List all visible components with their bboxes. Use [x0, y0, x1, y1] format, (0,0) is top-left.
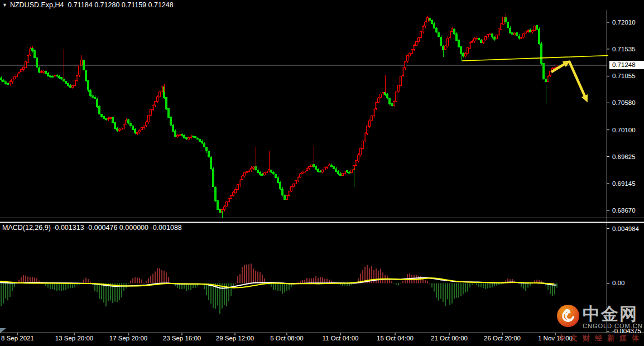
scroll-nav-icon[interactable] [0, 328, 6, 333]
date-axis-label: 26 Oct 20:00 [484, 335, 521, 342]
date-axis-label: 13 Sep 20:00 [55, 335, 93, 342]
mt4-chart-window: ▼NZDUSD.Exp,H4 0.71184 0.71280 0.71159 0… [0, 0, 644, 346]
date-axis-label: 29 Sep 12:00 [216, 335, 254, 342]
indicator-label: MACD(12,26,9) -0.001313 -0.000476 0.0000… [2, 224, 182, 232]
date-axis-label: 11 Oct 04:00 [323, 335, 359, 342]
price-axis-label: 0.70100 [612, 126, 636, 134]
price-axis-label: 0.72010 [612, 18, 636, 26]
indicator-name: MACD(12,26,9) [2, 224, 51, 232]
watermark: 中金网 CNGOLD.COM.CN [557, 305, 643, 329]
watermark-en-title: CNGOLD.COM.CN [583, 323, 643, 329]
date-axis-label: 8 Sep 2021 [1, 335, 34, 342]
date-axis-label: 23 Sep 16:00 [163, 335, 201, 342]
price-axis-label: 0.69625 [612, 153, 636, 161]
macd-axis-label: 0.00 [612, 279, 624, 287]
price-axis-label: 0.71535 [612, 45, 636, 53]
date-axis-label: 5 Oct 08:00 [270, 335, 303, 342]
ohlc-values-label: 0.71184 0.71280 0.71159 0.71248 [68, 1, 173, 9]
indicator-values: -0.001313 -0.000476 0.000000 -0.001088 [52, 224, 181, 232]
chart-title-bar: ▼NZDUSD.Exp,H4 0.71184 0.71280 0.71159 0… [2, 1, 174, 9]
date-axis-label: 15 Oct 04:00 [377, 335, 414, 342]
price-axis-label: 0.69145 [612, 180, 636, 188]
watermark-media-text: 中文财经新媒体 [558, 333, 644, 343]
cngold-logo-icon [557, 305, 579, 327]
price-axis-label: 0.70580 [612, 99, 636, 107]
symbol-period-label: NZDUSD.Exp,H4 [10, 1, 64, 9]
price-axis-label: 0.68670 [612, 206, 636, 214]
ohlc-dropdown-icon[interactable]: ▼ [2, 2, 7, 8]
price-axis-label: 0.71055 [612, 72, 636, 80]
current-price-badge: 0.71248 [609, 61, 644, 69]
chart-canvas[interactable] [0, 0, 644, 346]
macd-axis-label: 0.004984 [612, 225, 639, 233]
date-axis-label: 17 Sep 20:00 [109, 335, 147, 342]
date-axis-label: 21 Oct 00:00 [431, 335, 468, 342]
watermark-cn-title: 中金网 [583, 305, 643, 323]
